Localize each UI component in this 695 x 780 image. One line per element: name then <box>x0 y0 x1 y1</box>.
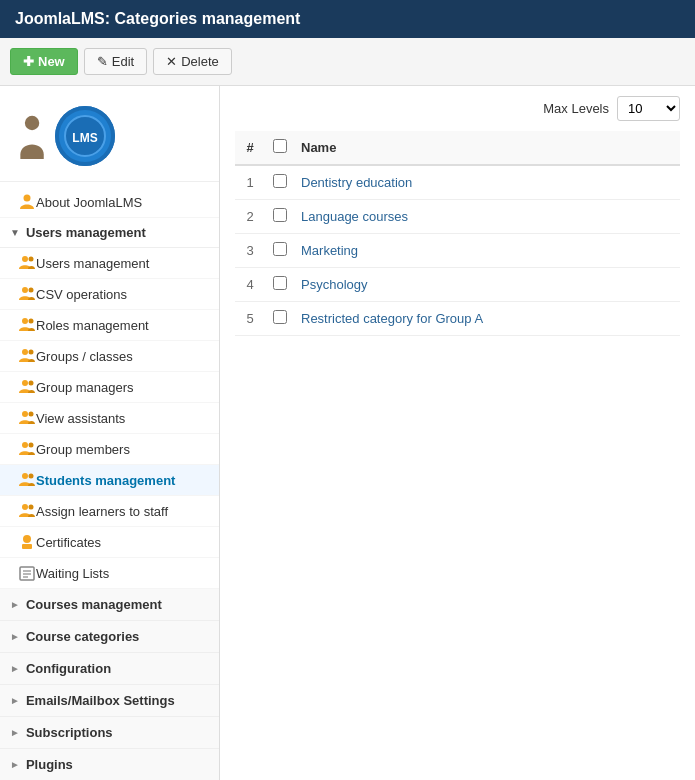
cell-num: 2 <box>235 200 265 234</box>
new-button[interactable]: ✚ New <box>10 48 78 75</box>
svg-point-16 <box>22 411 28 417</box>
plus-icon: ✚ <box>23 54 34 69</box>
content-header: Max Levels 5 10 15 20 <box>235 96 680 121</box>
cell-num: 1 <box>235 165 265 200</box>
category-link[interactable]: Language courses <box>301 209 408 224</box>
groups-icon <box>18 347 36 365</box>
svg-point-15 <box>29 381 34 386</box>
content-area: Max Levels 5 10 15 20 # <box>220 86 695 780</box>
certificates-icon <box>18 533 36 551</box>
users-management-icon <box>18 254 36 272</box>
roles-icon <box>18 316 36 334</box>
edit-icon: ✎ <box>97 54 108 69</box>
sidebar-item-group-members[interactable]: Group members <box>0 434 219 465</box>
arrow-right-icon4: ► <box>10 695 20 706</box>
row-checkbox[interactable] <box>273 174 287 188</box>
svg-point-10 <box>22 318 28 324</box>
svg-point-11 <box>29 319 34 324</box>
cell-name: Psychology <box>295 268 680 302</box>
cell-num: 3 <box>235 234 265 268</box>
table-row: 2Language courses <box>235 200 680 234</box>
table-header-row: # Name <box>235 131 680 165</box>
toolbar: ✚ New ✎ Edit ✕ Delete <box>0 38 695 86</box>
row-checkbox[interactable] <box>273 242 287 256</box>
categories-table: # Name 1Dentistry education2Language cou… <box>235 131 680 336</box>
cell-name: Restricted category for Group A <box>295 302 680 336</box>
row-checkbox[interactable] <box>273 310 287 324</box>
table-body: 1Dentistry education2Language courses3Ma… <box>235 165 680 336</box>
sidebar-item-roles-management[interactable]: Roles management <box>0 310 219 341</box>
edit-button[interactable]: ✎ Edit <box>84 48 147 75</box>
users-management-section: ▼ Users management Users management <box>0 218 219 589</box>
main-layout: LMS About JoomlaLMS ▼ Users management <box>0 86 695 780</box>
csv-icon <box>18 285 36 303</box>
arrow-right-icon3: ► <box>10 663 20 674</box>
svg-point-18 <box>22 442 28 448</box>
sidebar-item-csv-operations[interactable]: CSV operations <box>0 279 219 310</box>
sidebar-item-plugins[interactable]: ► Plugins <box>0 749 219 780</box>
cell-num: 5 <box>235 302 265 336</box>
svg-point-9 <box>29 288 34 293</box>
arrow-right-icon5: ► <box>10 727 20 738</box>
svg-point-23 <box>29 505 34 510</box>
group-managers-icon <box>18 378 36 396</box>
sidebar-item-users-management[interactable]: Users management <box>0 248 219 279</box>
sidebar-item-waiting-lists[interactable]: Waiting Lists <box>0 558 219 589</box>
cell-check <box>265 234 295 268</box>
sidebar-item-students-management[interactable]: Students management <box>0 465 219 496</box>
sidebar-item-groups-classes[interactable]: Groups / classes <box>0 341 219 372</box>
cell-check <box>265 302 295 336</box>
category-link[interactable]: Dentistry education <box>301 175 412 190</box>
category-link[interactable]: Psychology <box>301 277 367 292</box>
sidebar-item-about[interactable]: About JoomlaLMS <box>0 187 219 218</box>
title-bar: JoomlaLMS: Categories management <box>0 0 695 38</box>
logo-figure-icon <box>15 114 50 159</box>
cell-check <box>265 165 295 200</box>
sidebar-item-view-assistants[interactable]: View assistants <box>0 403 219 434</box>
svg-point-8 <box>22 287 28 293</box>
sidebar-item-configuration[interactable]: ► Configuration <box>0 653 219 685</box>
sidebar-logo: LMS <box>0 96 219 182</box>
svg-point-13 <box>29 350 34 355</box>
delete-icon: ✕ <box>166 54 177 69</box>
category-link[interactable]: Restricted category for Group A <box>301 311 483 326</box>
col-header-check <box>265 131 295 165</box>
sidebar-item-courses-management[interactable]: ► Courses management <box>0 589 219 621</box>
cell-check <box>265 200 295 234</box>
col-header-num: # <box>235 131 265 165</box>
svg-point-0 <box>25 115 39 129</box>
svg-point-17 <box>29 412 34 417</box>
svg-point-12 <box>22 349 28 355</box>
select-all-checkbox[interactable] <box>273 139 287 153</box>
svg-point-21 <box>29 474 34 479</box>
svg-text:LMS: LMS <box>72 131 97 145</box>
sidebar-item-group-managers[interactable]: Group managers <box>0 372 219 403</box>
users-management-header[interactable]: ▼ Users management <box>0 218 219 248</box>
row-checkbox[interactable] <box>273 208 287 222</box>
svg-point-20 <box>22 473 28 479</box>
title-text: JoomlaLMS: Categories management <box>15 10 300 27</box>
cell-name: Language courses <box>295 200 680 234</box>
assign-learners-icon <box>18 502 36 520</box>
sidebar-item-course-categories[interactable]: ► Course categories <box>0 621 219 653</box>
cell-check <box>265 268 295 302</box>
svg-point-24 <box>23 535 31 543</box>
sidebar-item-subscriptions[interactable]: ► Subscriptions <box>0 717 219 749</box>
max-levels-label: Max Levels <box>543 101 609 116</box>
row-checkbox[interactable] <box>273 276 287 290</box>
table-header: # Name <box>235 131 680 165</box>
logo-circle: LMS <box>55 106 115 166</box>
sidebar-item-emails-mailbox[interactable]: ► Emails/Mailbox Settings <box>0 685 219 717</box>
category-link[interactable]: Marketing <box>301 243 358 258</box>
table-row: 4Psychology <box>235 268 680 302</box>
cell-name: Dentistry education <box>295 165 680 200</box>
table-row: 3Marketing <box>235 234 680 268</box>
arrow-down-icon: ▼ <box>10 227 20 238</box>
sidebar-item-certificates[interactable]: Certificates <box>0 527 219 558</box>
sidebar-item-assign-learners[interactable]: Assign learners to staff <box>0 496 219 527</box>
delete-button[interactable]: ✕ Delete <box>153 48 232 75</box>
arrow-right-icon6: ► <box>10 759 20 770</box>
max-levels-control: Max Levels 5 10 15 20 <box>543 96 680 121</box>
max-levels-select[interactable]: 5 10 15 20 <box>617 96 680 121</box>
svg-point-7 <box>29 257 34 262</box>
